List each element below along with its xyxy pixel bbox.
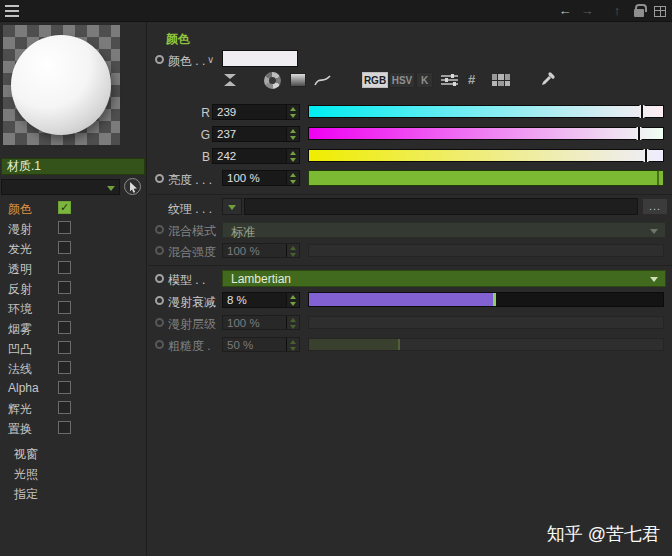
b-slider[interactable]: [308, 149, 664, 162]
brightness-label: 亮度 . . .: [168, 172, 212, 189]
channel-checkbox[interactable]: [58, 281, 71, 294]
color-wheel-icon[interactable]: [264, 72, 281, 89]
eyedropper-icon[interactable]: [540, 71, 556, 87]
r-label: R: [198, 106, 210, 120]
model-label: 模型 . .: [168, 272, 205, 289]
swatches-grid-icon[interactable]: [492, 74, 510, 86]
channel-checkbox[interactable]: [58, 221, 71, 234]
chevron-down-icon: [650, 229, 658, 234]
material-filter-dropdown[interactable]: [1, 179, 120, 195]
channel-label: 法线: [8, 361, 32, 378]
menu-icon[interactable]: [5, 5, 19, 17]
kelvin-mode-button[interactable]: K: [416, 72, 433, 88]
diffuse-level-value-field: 100 %: [222, 315, 300, 330]
channel-checkbox[interactable]: [58, 381, 71, 394]
anim-dot-brightness[interactable]: [155, 174, 164, 183]
r-value-field[interactable]: 239: [212, 104, 300, 120]
channel-label: 透明: [8, 261, 32, 278]
r-slider-handle[interactable]: [641, 105, 643, 118]
sidebar-item-illumination[interactable]: 光照: [14, 466, 38, 483]
diffuse-falloff-spinner[interactable]: [286, 293, 299, 307]
channel-row-transparency[interactable]: 透明: [0, 258, 146, 278]
b-slider-handle[interactable]: [645, 149, 647, 162]
channel-checkbox[interactable]: [58, 241, 71, 254]
channel-checkbox[interactable]: [58, 361, 71, 374]
channel-checkbox[interactable]: [58, 321, 71, 334]
channel-row-environment[interactable]: 环境: [0, 298, 146, 318]
back-icon[interactable]: ←: [556, 0, 574, 22]
chevron-down-icon: [228, 205, 236, 210]
brightness-value-field[interactable]: 100 %: [222, 170, 300, 186]
mixer-sliders-icon[interactable]: [441, 74, 458, 87]
channel-checkbox[interactable]: [58, 301, 71, 314]
channel-row-color[interactable]: 颜色: [0, 198, 146, 218]
sidebar-item-assign[interactable]: 指定: [14, 486, 38, 503]
channel-label: 辉光: [8, 401, 32, 418]
diffuse-falloff-handle[interactable]: [493, 293, 496, 306]
brightness-slider-handle[interactable]: [657, 171, 659, 185]
g-slider[interactable]: [308, 127, 664, 140]
channel-row-alpha[interactable]: Alpha: [0, 378, 146, 398]
b-value-field[interactable]: 242: [212, 148, 300, 164]
g-spinner[interactable]: [286, 127, 299, 141]
section-header-color: 颜色: [166, 31, 190, 48]
layout-grid-icon[interactable]: [654, 6, 666, 17]
texture-path-field[interactable]: [244, 198, 638, 215]
forward-icon[interactable]: →: [578, 0, 596, 22]
anim-dot-mix-strength: [155, 246, 164, 255]
g-slider-handle[interactable]: [638, 127, 640, 140]
material-preview[interactable]: [3, 25, 120, 145]
spectrum-icon[interactable]: [290, 73, 306, 87]
sidebar-item-viewport[interactable]: 视窗: [14, 446, 38, 463]
texture-label: 纹理 . . .: [168, 201, 212, 218]
roughness-label: 粗糙度 .: [168, 338, 211, 355]
brightness-slider[interactable]: [308, 170, 664, 186]
channel-row-diffusion[interactable]: 漫射: [0, 218, 146, 238]
preview-sphere: [11, 35, 111, 135]
channel-row-reflection[interactable]: 反射: [0, 278, 146, 298]
channel-label: 环境: [8, 301, 32, 318]
diffuse-level-label: 漫射层级: [168, 316, 216, 333]
material-name-field[interactable]: 材质.1: [1, 158, 145, 175]
channel-row-fog[interactable]: 烟雾: [0, 318, 146, 338]
anim-dot-model[interactable]: [155, 274, 164, 283]
b-spinner[interactable]: [286, 149, 299, 163]
anim-dot-diffuse-falloff[interactable]: [155, 296, 164, 305]
expand-chevron-icon[interactable]: ∨: [207, 54, 214, 65]
channel-row-glow[interactable]: 辉光: [0, 398, 146, 418]
brightness-spinner[interactable]: [286, 171, 299, 185]
channel-label: 颜色: [8, 201, 32, 218]
g-value-field[interactable]: 237: [212, 126, 300, 142]
r-slider[interactable]: [308, 105, 664, 118]
b-label: B: [198, 150, 210, 164]
channel-row-bump[interactable]: 凹凸: [0, 338, 146, 358]
channel-row-displacement[interactable]: 置换: [0, 418, 146, 438]
channel-checkbox[interactable]: [58, 261, 71, 274]
color-from-image-icon[interactable]: [314, 74, 331, 87]
r-spinner[interactable]: [286, 105, 299, 119]
compact-mode-icon[interactable]: [224, 73, 236, 87]
lock-icon[interactable]: [634, 9, 644, 17]
attributes-panel: 颜色 颜色 . . ∨ RGB HSV K # R 239 G 2: [148, 22, 672, 556]
channel-row-normal[interactable]: 法线: [0, 358, 146, 378]
channel-checkbox[interactable]: [58, 201, 71, 214]
up-icon[interactable]: ↑: [608, 0, 626, 22]
model-dropdown[interactable]: Lambertian: [222, 270, 666, 287]
diffuse-level-slider: [308, 316, 664, 329]
pick-material-button[interactable]: [124, 178, 141, 195]
mix-mode-dropdown: 标准: [222, 222, 666, 238]
color-row-label: 颜色 . .: [168, 53, 205, 70]
channel-row-luminance[interactable]: 发光: [0, 238, 146, 258]
diffuse-falloff-slider[interactable]: [308, 292, 664, 307]
color-swatch[interactable]: [222, 50, 298, 67]
texture-browse-button[interactable]: ...: [642, 198, 668, 215]
hsv-mode-button[interactable]: HSV: [389, 72, 415, 88]
channel-checkbox[interactable]: [58, 401, 71, 414]
anim-dot-color[interactable]: [155, 55, 164, 64]
channel-checkbox[interactable]: [58, 341, 71, 354]
diffuse-falloff-value-field[interactable]: 8 %: [222, 292, 300, 308]
rgb-mode-button[interactable]: RGB: [362, 72, 388, 88]
channel-checkbox[interactable]: [58, 421, 71, 434]
hex-mode-button[interactable]: #: [468, 72, 475, 88]
texture-dropdown-button[interactable]: [222, 198, 242, 215]
